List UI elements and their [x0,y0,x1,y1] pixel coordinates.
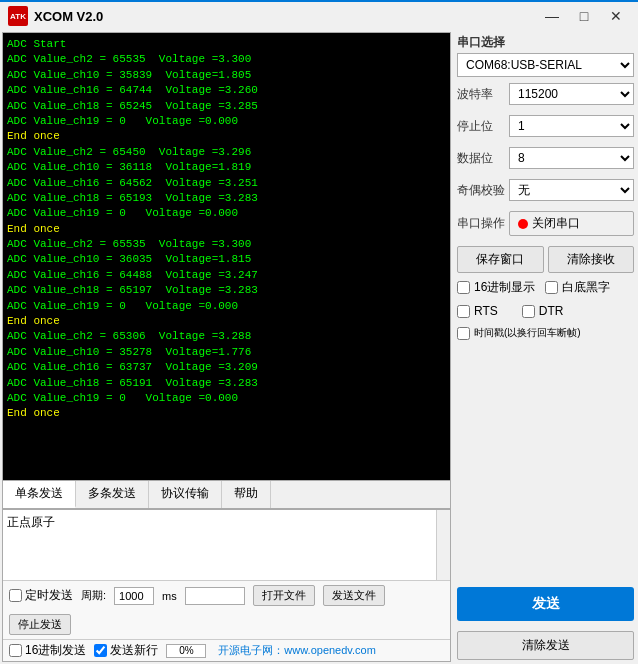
terminal-line: ADC Value_ch16 = 64488 Voltage =3.247 [7,268,446,283]
bottom-controls-2: 16进制发送 发送新行 0% 开源电子网：www.openedv.com [3,639,450,661]
port-select-label: 串口选择 [457,34,634,51]
baud-rate-select[interactable]: 115200 [509,83,634,105]
send-input-row [3,510,450,580]
hex-send-checkbox[interactable] [9,644,22,657]
minimize-button[interactable]: — [538,6,566,26]
dtr-label: DTR [539,304,564,318]
save-window-button[interactable]: 保存窗口 [457,246,544,273]
terminal-line: ADC Value_ch16 = 64562 Voltage =3.251 [7,176,446,191]
baud-rate-label: 波特率 [457,86,509,103]
send-scrollbar [436,510,450,580]
main-content: ADC StartADC Value_ch2 = 65535 Voltage =… [0,30,638,664]
progress-bar: 0% [166,644,206,658]
terminal-line: End once [7,314,446,329]
send-button[interactable]: 发送 [457,587,634,621]
terminal-line: ADC Value_ch19 = 0 Voltage =0.000 [7,391,446,406]
timestamp-label: 时间戳(以换行回车断帧) [474,326,581,340]
hex-display-row: 16进制显示 白底黑字 [457,279,634,296]
terminal-line: End once [7,406,446,421]
terminal-line: ADC Value_ch10 = 36118 Voltage=1.819 [7,160,446,175]
port-op-label: 串口操作 [457,215,509,232]
extra-input[interactable] [185,587,245,605]
terminal-line: ADC Value_ch18 = 65193 Voltage =3.283 [7,191,446,206]
app-logo: ATK [8,6,28,26]
baud-rate-row: 波特率 115200 [457,83,634,105]
terminal-line: ADC Value_ch19 = 0 Voltage =0.000 [7,114,446,129]
bottom-controls-1: 定时发送 周期: ms 打开文件 发送文件 停止发送 [3,580,450,639]
window-controls: — □ ✕ [538,6,630,26]
send-newline-label[interactable]: 发送新行 [94,642,158,659]
data-bits-row: 数据位 8 [457,147,634,169]
parity-label: 奇偶校验 [457,182,509,199]
terminal-line: ADC Value_ch18 = 65197 Voltage =3.283 [7,283,446,298]
left-panel: ADC StartADC Value_ch2 = 65535 Voltage =… [2,32,451,662]
rts-checkbox[interactable] [457,305,470,318]
app-title: XCOM V2.0 [34,9,538,24]
hex-send-label[interactable]: 16进制发送 [9,642,86,659]
ms-label: ms [162,590,177,602]
terminal-line: ADC Value_ch2 = 65535 Voltage =3.300 [7,52,446,67]
website-link: 开源电子网：www.openedv.com [218,643,376,658]
terminal-line: ADC Value_ch2 = 65450 Voltage =3.296 [7,145,446,160]
parity-select[interactable]: 无 [509,179,634,201]
port-op-btn-label: 关闭串口 [532,215,580,232]
stop-bits-label: 停止位 [457,118,509,135]
terminal-line: ADC Value_ch10 = 36035 Voltage=1.815 [7,252,446,267]
send-file-button[interactable]: 发送文件 [323,585,385,606]
title-bar: ATK XCOM V2.0 — □ ✕ [0,0,638,30]
terminal-line: ADC Value_ch18 = 65191 Voltage =3.283 [7,376,446,391]
terminal-line: End once [7,222,446,237]
terminal-line: ADC Value_ch2 = 65306 Voltage =3.288 [7,329,446,344]
tab-0[interactable]: 单条发送 [3,481,76,508]
rts-dtr-row: RTS DTR [457,304,634,318]
terminal-line: ADC Value_ch10 = 35278 Voltage=1.776 [7,345,446,360]
send-textarea[interactable] [3,510,436,580]
terminal-line: End once [7,129,446,144]
hex-display-label: 16进制显示 [474,279,535,296]
period-input[interactable] [114,587,154,605]
parity-row: 奇偶校验 无 [457,179,634,201]
port-select-section: 串口选择 COM68:USB-SERIAL [457,34,634,77]
data-bits-select[interactable]: 8 [509,147,634,169]
tab-3[interactable]: 帮助 [222,481,271,508]
maximize-button[interactable]: □ [570,6,598,26]
clear-recv-button[interactable]: 清除接收 [548,246,635,273]
port-select[interactable]: COM68:USB-SERIAL [457,53,634,77]
red-dot-icon [518,219,528,229]
period-label: 周期: [81,588,106,603]
close-button[interactable]: ✕ [602,6,630,26]
port-op-row: 串口操作 关闭串口 [457,211,634,236]
clear-send-button[interactable]: 清除发送 [457,631,634,660]
data-bits-label: 数据位 [457,150,509,167]
open-file-button[interactable]: 打开文件 [253,585,315,606]
send-area: 定时发送 周期: ms 打开文件 发送文件 停止发送 16进制发送 发送新行 [3,509,450,661]
terminal-line: ADC Value_ch2 = 65535 Voltage =3.300 [7,237,446,252]
timed-send-label[interactable]: 定时发送 [9,587,73,604]
terminal-line: ADC Value_ch16 = 63737 Voltage =3.209 [7,360,446,375]
hex-display-checkbox[interactable] [457,281,470,294]
port-op-button[interactable]: 关闭串口 [509,211,634,236]
timestamp-checkbox[interactable] [457,327,470,340]
tab-bar: 单条发送多条发送协议传输帮助 [3,480,450,509]
tab-2[interactable]: 协议传输 [149,481,222,508]
rts-label: RTS [474,304,498,318]
terminal-line: ADC Value_ch18 = 65245 Voltage =3.285 [7,99,446,114]
send-newline-checkbox[interactable] [94,644,107,657]
terminal-line: ADC Start [7,37,446,52]
stop-send-button[interactable]: 停止发送 [9,614,71,635]
terminal-line: ADC Value_ch16 = 64744 Voltage =3.260 [7,83,446,98]
action-btn-row: 保存窗口 清除接收 [457,246,634,273]
white-black-label: 白底黑字 [562,279,610,296]
dtr-checkbox[interactable] [522,305,535,318]
right-panel: 串口选择 COM68:USB-SERIAL 波特率 115200 停止位 1 数… [453,30,638,664]
terminal-line: ADC Value_ch19 = 0 Voltage =0.000 [7,206,446,221]
terminal-line: ADC Value_ch19 = 0 Voltage =0.000 [7,299,446,314]
timestamp-row: 时间戳(以换行回车断帧) [457,326,634,340]
timed-send-checkbox[interactable] [9,589,22,602]
white-black-checkbox[interactable] [545,281,558,294]
terminal-output[interactable]: ADC StartADC Value_ch2 = 65535 Voltage =… [3,33,450,480]
stop-bits-row: 停止位 1 [457,115,634,137]
terminal-line: ADC Value_ch10 = 35839 Voltage=1.805 [7,68,446,83]
tab-1[interactable]: 多条发送 [76,481,149,508]
stop-bits-select[interactable]: 1 [509,115,634,137]
